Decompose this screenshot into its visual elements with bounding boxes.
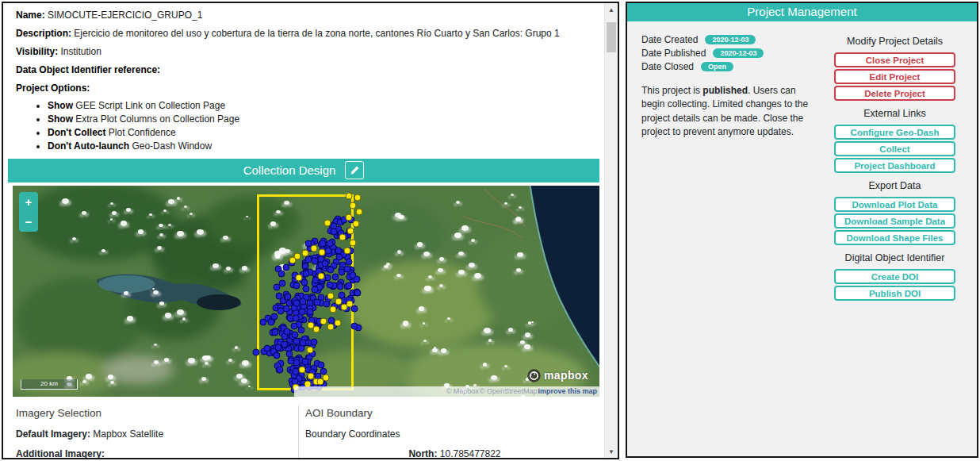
- publish-doi-button[interactable]: Publish DOI: [834, 286, 955, 301]
- sample-plot-marker[interactable]: [320, 367, 327, 375]
- flagged-plot-marker[interactable]: [296, 274, 303, 281]
- flagged-plot-marker[interactable]: [354, 194, 362, 201]
- sample-plot-marker[interactable]: [278, 271, 285, 278]
- sample-plot-marker[interactable]: [301, 279, 308, 286]
- sample-plot-marker[interactable]: [351, 323, 358, 330]
- flagged-plot-marker[interactable]: [339, 234, 346, 241]
- sample-plot-marker[interactable]: [272, 328, 279, 336]
- flagged-plot-marker[interactable]: [317, 272, 324, 279]
- sample-plot-marker[interactable]: [307, 309, 314, 316]
- sample-plot-marker[interactable]: [273, 352, 280, 359]
- edit-collection-design-button[interactable]: [345, 161, 364, 179]
- create-doi-button[interactable]: Create DOI: [834, 269, 955, 284]
- sample-plot-marker[interactable]: [279, 279, 286, 286]
- sample-plot-marker[interactable]: [267, 318, 274, 325]
- flagged-plot-marker[interactable]: [299, 366, 306, 373]
- sample-plot-marker[interactable]: [291, 331, 298, 338]
- flagged-plot-marker[interactable]: [343, 247, 350, 254]
- sample-plot-marker[interactable]: [337, 283, 344, 290]
- configure-geo-dash-button[interactable]: Configure Geo-Dash: [834, 125, 955, 140]
- sample-plot-marker[interactable]: [281, 340, 289, 348]
- sample-plot-marker[interactable]: [335, 248, 343, 255]
- sample-plot-marker[interactable]: [344, 265, 351, 272]
- flagged-plot-marker[interactable]: [329, 305, 336, 313]
- sample-plot-marker[interactable]: [298, 327, 305, 334]
- flagged-plot-marker[interactable]: [320, 318, 327, 325]
- zoom-in-button[interactable]: +: [19, 192, 38, 212]
- mapbox-logo[interactable]: mapbox: [527, 369, 588, 382]
- cloud-speckle: [236, 374, 243, 378]
- left-panel-scrollbar[interactable]: ▲ ▼: [604, 3, 618, 458]
- edit-project-button[interactable]: Edit Project: [834, 69, 955, 84]
- sample-plot-marker[interactable]: [301, 359, 308, 366]
- cloud-speckle: [524, 344, 530, 349]
- flagged-plot-marker[interactable]: [323, 219, 331, 226]
- sample-plot-marker[interactable]: [283, 328, 290, 336]
- sample-plot-marker[interactable]: [331, 273, 339, 280]
- sample-plot-marker[interactable]: [276, 293, 283, 300]
- scrollbar-thumb[interactable]: [607, 22, 616, 52]
- sample-plot-marker[interactable]: [253, 349, 260, 356]
- flagged-plot-marker[interactable]: [307, 321, 314, 328]
- improve-map-link[interactable]: Improve this map: [538, 387, 597, 395]
- sample-plot-marker[interactable]: [345, 258, 352, 265]
- sample-plot-marker[interactable]: [293, 315, 300, 322]
- flagged-plot-marker[interactable]: [310, 244, 317, 252]
- scrollbar-up-arrow[interactable]: ▲: [605, 3, 618, 16]
- collect-button[interactable]: Collect: [834, 141, 955, 156]
- sample-plot-marker[interactable]: [284, 293, 291, 300]
- flagged-plot-marker[interactable]: [318, 248, 325, 255]
- sample-plot-marker[interactable]: [330, 229, 337, 236]
- sample-plot-marker[interactable]: [293, 299, 300, 306]
- flagged-plot-marker[interactable]: [345, 192, 352, 199]
- doi-reference-label: Data Object Identifier reference:: [16, 64, 160, 75]
- sample-plot-marker[interactable]: [312, 258, 319, 265]
- close-project-button[interactable]: Close Project: [834, 52, 955, 67]
- flagged-plot-marker[interactable]: [353, 221, 360, 228]
- sample-plot-marker[interactable]: [277, 308, 284, 315]
- sample-plot-marker[interactable]: [313, 298, 320, 305]
- visibility-value: Institution: [58, 46, 101, 57]
- flagged-plot-marker[interactable]: [356, 209, 363, 216]
- download-shape-files-button[interactable]: Download Shape Files: [834, 230, 955, 245]
- sample-plot-marker[interactable]: [293, 359, 300, 366]
- download-plot-data-button[interactable]: Download Plot Data: [834, 197, 955, 212]
- sample-plot-marker[interactable]: [293, 282, 300, 289]
- sample-plot-marker[interactable]: [277, 366, 284, 373]
- sample-plot-marker[interactable]: [346, 282, 353, 290]
- project-dashboard-button[interactable]: Project Dashboard: [834, 158, 955, 173]
- cloud-speckle: [235, 346, 239, 349]
- download-sample-data-button[interactable]: Download Sample Data: [834, 213, 955, 229]
- flagged-plot-marker[interactable]: [346, 300, 353, 307]
- sample-plot-marker[interactable]: [335, 254, 343, 261]
- flagged-plot-marker[interactable]: [302, 250, 309, 257]
- flagged-plot-marker[interactable]: [289, 257, 297, 264]
- zoom-out-button[interactable]: −: [19, 212, 38, 232]
- cloud-speckle: [177, 231, 184, 236]
- flagged-plot-marker[interactable]: [350, 202, 357, 209]
- sample-plot-marker[interactable]: [263, 344, 270, 352]
- delete-project-button[interactable]: Delete Project: [834, 86, 955, 101]
- flagged-plot-marker[interactable]: [306, 346, 313, 353]
- sample-plot-marker[interactable]: [299, 298, 306, 305]
- sample-plot-marker[interactable]: [354, 276, 361, 283]
- flagged-plot-marker[interactable]: [327, 323, 334, 330]
- sample-plot-marker[interactable]: [299, 340, 306, 347]
- sample-plot-marker[interactable]: [290, 323, 297, 330]
- sample-plot-marker[interactable]: [299, 308, 306, 315]
- flagged-plot-marker[interactable]: [334, 320, 341, 327]
- sample-plot-marker[interactable]: [354, 290, 361, 297]
- sample-plot-marker[interactable]: [320, 240, 327, 247]
- flagged-plot-marker[interactable]: [349, 239, 356, 246]
- sample-plot-marker[interactable]: [327, 240, 334, 247]
- flagged-plot-marker[interactable]: [346, 228, 354, 235]
- flagged-plot-marker[interactable]: [327, 293, 334, 300]
- project-options-list: Show GEE Script Link on Collection Page …: [16, 101, 596, 152]
- sample-plot-marker[interactable]: [326, 282, 333, 289]
- scrollbar-down-arrow[interactable]: ▼: [605, 445, 618, 458]
- sample-plot-marker[interactable]: [311, 286, 318, 294]
- flagged-plot-marker[interactable]: [345, 214, 352, 221]
- cloud-speckle: [197, 229, 204, 235]
- flagged-plot-marker[interactable]: [322, 375, 329, 382]
- collection-map[interactable]: + − 20 km mapbox © Mapbox © OpenStreetMa…: [13, 186, 599, 397]
